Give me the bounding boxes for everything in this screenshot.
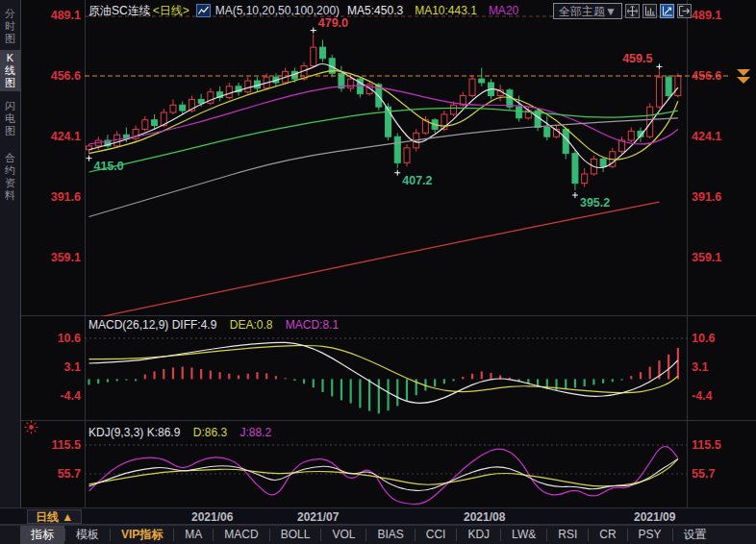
y-axis-label: 359.1 (692, 251, 721, 264)
d-line (89, 459, 678, 486)
y-axis-label: 10.6 (692, 332, 715, 345)
ma10-value: MA10:443.1 (415, 4, 477, 17)
timeline-date: 2021/07 (297, 510, 339, 524)
macd-histogram (89, 348, 678, 413)
tab-VIP指标[interactable]: VIP指标 (111, 526, 173, 544)
ma20-value: MA20 (489, 4, 518, 17)
tab-MA[interactable]: MA (174, 526, 213, 544)
timeline-date: 2021/09 (634, 510, 675, 524)
move-tool-icon[interactable] (625, 4, 640, 18)
app-window: 489.1489.1456.6456.6424.1424.1391.6391.6… (0, 0, 756, 544)
y-axis-label: 115.5 (692, 438, 721, 452)
header-toolbar: 全部主题▼ (553, 3, 692, 19)
y-axis-label: 489.1 (51, 9, 81, 22)
kdj-d-label: D:86.3 (193, 426, 227, 439)
ma-settings-label: MA(5,10,20,50,100,200) (215, 4, 340, 17)
bar-scale-icon[interactable] (643, 4, 657, 18)
y-axis-label: 10.6 (58, 332, 81, 345)
extreme-cross-marker (656, 63, 662, 69)
j-line (89, 447, 678, 505)
last-price-marker (737, 69, 750, 76)
kdj-j-label: J:88.2 (239, 426, 271, 439)
chart-type-icon[interactable] (196, 4, 211, 17)
y-axis-label: 359.1 (51, 251, 81, 264)
tab-BOLL[interactable]: BOLL (270, 526, 321, 544)
tab-模板[interactable]: 模板 (65, 526, 110, 544)
macd-value-label: MACD:8.1 (286, 318, 339, 332)
sidebar-item-3[interactable]: 合 约 资 料 (0, 150, 20, 204)
period-label[interactable]: <日线> (153, 3, 189, 19)
price-annotation: 459.5 (622, 52, 652, 65)
extreme-cross-marker (572, 192, 578, 198)
popout-icon[interactable] (677, 4, 692, 18)
y-axis-label: 424.1 (692, 130, 721, 143)
extreme-cross-marker (311, 28, 316, 34)
timeline-date: 2021/08 (464, 510, 505, 524)
timeframe-button[interactable]: 日线 ▲ (27, 509, 82, 524)
line-scale-icon[interactable] (660, 4, 674, 18)
tab-指标[interactable]: 指标 (20, 526, 64, 544)
timeline-date: 2021/06 (191, 510, 233, 524)
y-axis-label: -4.4 (60, 389, 81, 403)
y-axis-label: 3.1 (692, 360, 708, 374)
symbol-name: 原油SC连续 (88, 3, 151, 19)
sidebar-item-0[interactable]: 分 时 图 (0, 6, 20, 47)
timeline-bar: 日线 ▲ 2021/062021/072021/082021/09 (0, 507, 756, 525)
y-axis-label: 489.1 (692, 9, 721, 22)
indicator-tabbar: 指标模板VIP指标MAMACDBOLLVOLBIASCCIKDJLW&RSICR… (0, 525, 756, 544)
last-price-marker (737, 77, 750, 84)
price-annotation: 407.2 (402, 174, 432, 187)
diff-line (89, 342, 678, 403)
kdj-k-label: KDJ(9,3,3) K:86.9 (88, 426, 180, 439)
dea-line (89, 346, 678, 393)
y-axis-label: 424.1 (51, 130, 81, 143)
y-axis-label: 3.1 (64, 360, 81, 374)
y-axis-label: 55.7 (58, 467, 81, 481)
ma-line-ma200 (89, 202, 660, 319)
chart-canvas[interactable]: 489.1489.1456.6456.6424.1424.1391.6391.6… (0, 0, 756, 544)
tab-LW&[interactable]: LW& (501, 526, 546, 544)
tab-BIAS[interactable]: BIAS (366, 526, 414, 544)
ma-line-ma10 (89, 71, 678, 161)
extreme-cross-marker (394, 170, 400, 176)
y-axis-label: 391.6 (51, 190, 81, 204)
extreme-cross-marker (87, 156, 92, 161)
alert-sun-icon[interactable] (23, 419, 39, 435)
macd-panel-header: MACD(26,12,9) DIFF:4.9 DEA:0.8 MACD:8.1 (88, 318, 339, 332)
tab-MACD[interactable]: MACD (214, 526, 268, 544)
price-annotation: 415.0 (94, 160, 124, 173)
chart-header: 原油SC连续 <日线> MA(5,10,20,50,100,200) MA5:4… (88, 3, 518, 18)
price-annotation: 395.2 (580, 196, 610, 210)
sidebar: 分 时 图K 线 图闪 电 图合 约 资 料 (0, 0, 21, 507)
sidebar-item-2[interactable]: 闪 电 图 (0, 98, 20, 139)
y-axis-label: 391.6 (692, 190, 721, 204)
tab-KDJ[interactable]: KDJ (457, 526, 500, 544)
sidebar-item-1[interactable]: K 线 图 (0, 50, 20, 91)
macd-dea-label: DEA:0.8 (230, 318, 273, 332)
ma-line-ma20 (89, 86, 678, 144)
y-axis-label: 55.7 (692, 467, 715, 481)
macd-diff-label: MACD(26,12,9) DIFF:4.9 (88, 318, 216, 332)
kdj-panel-header: KDJ(9,3,3) K:86.9 D:86.3 J:88.2 (88, 426, 271, 439)
tab-VOL[interactable]: VOL (321, 526, 365, 544)
y-axis-label: 456.6 (51, 69, 81, 83)
theme-dropdown-button[interactable]: 全部主题▼ (553, 3, 622, 19)
tab-RSI[interactable]: RSI (547, 526, 588, 544)
tab-设置[interactable]: 设置 (673, 526, 718, 544)
tab-CR[interactable]: CR (589, 526, 626, 544)
tab-PSY[interactable]: PSY (628, 526, 672, 544)
ma5-value: MA5:450.3 (347, 4, 403, 17)
y-axis-label: -4.4 (692, 389, 713, 403)
y-axis-label: 115.5 (51, 438, 81, 452)
tab-CCI[interactable]: CCI (416, 526, 457, 544)
